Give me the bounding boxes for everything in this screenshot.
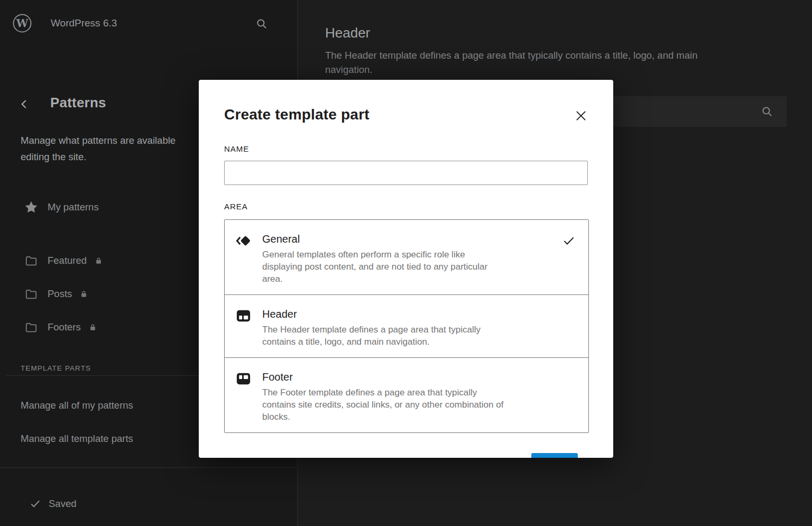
header-area-icon bbox=[235, 308, 252, 324]
name-field-label: NAME bbox=[224, 144, 249, 153]
option-title: General bbox=[262, 232, 551, 246]
lock-icon bbox=[79, 290, 88, 299]
lock-icon bbox=[94, 256, 103, 265]
site-title: WordPress 6.3 bbox=[51, 17, 117, 29]
general-area-icon bbox=[235, 233, 252, 249]
sidebar-item-featured[interactable]: Featured bbox=[24, 253, 103, 269]
option-description: The Footer template defines a page area … bbox=[262, 386, 576, 423]
folder-icon bbox=[24, 287, 38, 301]
sidebar-description: Manage what patterns are available editi… bbox=[21, 132, 176, 165]
close-icon[interactable] bbox=[573, 108, 589, 124]
folder-icon bbox=[24, 254, 38, 267]
manage-all-template-parts-link[interactable]: Manage all template parts bbox=[21, 433, 133, 445]
area-field-label: AREA bbox=[224, 202, 248, 211]
content-page-description: The Header template defines a page area … bbox=[325, 48, 697, 77]
save-status-label: Saved bbox=[49, 498, 76, 510]
content-page-title: Header bbox=[325, 25, 370, 41]
area-options-group: General General templates often perform … bbox=[224, 219, 589, 433]
svg-text:W: W bbox=[16, 17, 29, 30]
folder-icon bbox=[24, 320, 38, 334]
lock-icon bbox=[88, 323, 97, 332]
save-status-button[interactable]: Saved bbox=[29, 497, 76, 510]
area-option-footer[interactable]: Footer The Footer template defines a pag… bbox=[225, 357, 588, 432]
patterns-search-input[interactable] bbox=[608, 96, 787, 127]
option-title: Footer bbox=[262, 370, 576, 384]
selected-check-icon bbox=[562, 234, 576, 247]
area-option-general[interactable]: General General templates often perform … bbox=[225, 220, 588, 294]
search-icon[interactable] bbox=[255, 17, 269, 31]
footer-area-icon bbox=[235, 371, 252, 387]
manage-all-patterns-link[interactable]: Manage all of my patterns bbox=[21, 400, 133, 411]
check-icon bbox=[29, 497, 41, 510]
sidebar-item-my-patterns[interactable]: My patterns bbox=[24, 199, 99, 215]
search-icon bbox=[760, 105, 774, 118]
sidebar-item-posts[interactable]: Posts bbox=[24, 286, 88, 302]
option-description: The Header template defines a page area … bbox=[262, 324, 576, 348]
wordpress-site-editor: W WordPress 6.3 Patterns Manage what pat… bbox=[0, 0, 812, 526]
wordpress-logo-icon[interactable]: W bbox=[13, 14, 32, 33]
sidebar-item-footers[interactable]: Footers bbox=[24, 319, 97, 335]
name-input[interactable] bbox=[224, 161, 588, 185]
section-heading-template-parts: TEMPLATE PARTS bbox=[21, 364, 91, 372]
star-icon bbox=[24, 200, 38, 214]
create-template-part-modal: Create template part NAME AREA General G… bbox=[199, 80, 613, 458]
back-chevron-icon[interactable] bbox=[17, 97, 31, 111]
page-title: Patterns bbox=[50, 95, 106, 111]
create-button[interactable] bbox=[531, 453, 578, 458]
area-option-header[interactable]: Header The Header template defines a pag… bbox=[225, 294, 588, 357]
divider bbox=[0, 467, 298, 468]
option-description: General templates often perform a specif… bbox=[262, 248, 551, 285]
option-title: Header bbox=[262, 307, 576, 321]
modal-title: Create template part bbox=[224, 106, 370, 123]
